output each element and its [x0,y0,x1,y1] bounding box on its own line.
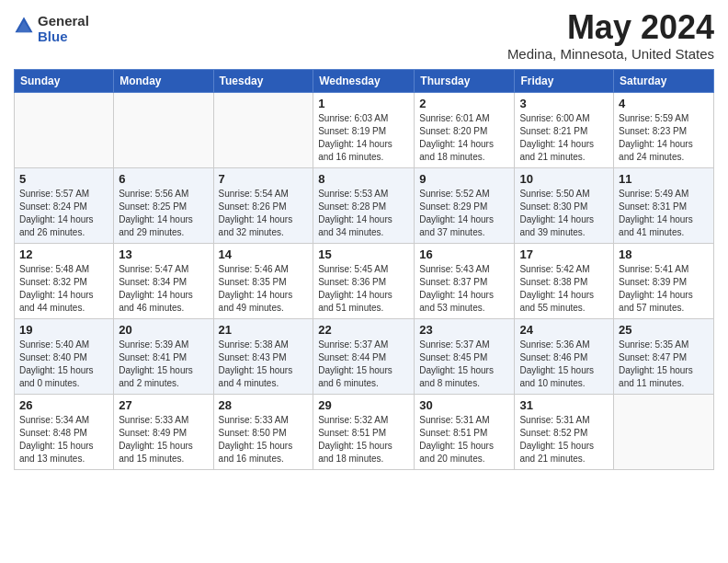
day-number-2-3: 15 [318,247,409,261]
calendar-cell-0-6: 4Sunrise: 5:59 AM Sunset: 8:23 PM Daylig… [614,92,714,167]
day-number-4-2: 28 [219,398,309,412]
day-number-1-5: 10 [519,172,609,186]
day-number-1-2: 7 [219,172,309,186]
day-number-1-0: 5 [19,172,108,186]
calendar: Sunday Monday Tuesday Wednesday Thursday… [14,69,714,470]
day-number-2-5: 17 [519,247,609,261]
col-tuesday: Tuesday [213,69,313,92]
day-info-4-2: Sunrise: 5:33 AM Sunset: 8:50 PM Dayligh… [219,414,309,465]
day-info-4-0: Sunrise: 5:34 AM Sunset: 8:48 PM Dayligh… [19,414,108,465]
col-friday: Friday [515,69,614,92]
col-thursday: Thursday [415,69,515,92]
calendar-cell-4-4: 30Sunrise: 5:31 AM Sunset: 8:51 PM Dayli… [415,394,515,469]
page: General Blue May 2024 Medina, Minnesota,… [0,0,728,479]
col-saturday: Saturday [614,69,714,92]
day-number-4-0: 26 [19,398,108,412]
calendar-cell-2-2: 14Sunrise: 5:46 AM Sunset: 8:35 PM Dayli… [213,243,313,318]
day-number-2-4: 16 [419,247,509,261]
day-number-3-4: 23 [419,323,509,337]
day-number-0-6: 4 [619,97,709,110]
logo-blue-text: Blue [38,29,89,45]
day-info-3-0: Sunrise: 5:40 AM Sunset: 8:40 PM Dayligh… [19,339,108,390]
calendar-cell-1-3: 8Sunrise: 5:53 AM Sunset: 8:28 PM Daylig… [313,167,415,243]
day-info-3-3: Sunrise: 5:37 AM Sunset: 8:44 PM Dayligh… [318,339,409,390]
calendar-cell-1-4: 9Sunrise: 5:52 AM Sunset: 8:29 PM Daylig… [415,167,515,243]
calendar-cell-4-5: 31Sunrise: 5:31 AM Sunset: 8:52 PM Dayli… [515,394,614,469]
day-info-3-2: Sunrise: 5:38 AM Sunset: 8:43 PM Dayligh… [219,339,309,390]
day-info-4-5: Sunrise: 5:31 AM Sunset: 8:52 PM Dayligh… [519,414,609,465]
day-info-3-6: Sunrise: 5:35 AM Sunset: 8:47 PM Dayligh… [619,339,709,390]
day-info-4-3: Sunrise: 5:32 AM Sunset: 8:51 PM Dayligh… [318,414,409,465]
logo-general-text: General [38,14,89,29]
calendar-cell-4-1: 27Sunrise: 5:33 AM Sunset: 8:49 PM Dayli… [114,394,213,469]
day-number-2-2: 14 [219,247,309,261]
calendar-cell-0-4: 2Sunrise: 6:01 AM Sunset: 8:20 PM Daylig… [415,92,515,167]
week-row-2: 12Sunrise: 5:48 AM Sunset: 8:32 PM Dayli… [15,243,714,318]
week-row-0: 1Sunrise: 6:03 AM Sunset: 8:19 PM Daylig… [15,92,714,167]
calendar-cell-3-1: 20Sunrise: 5:39 AM Sunset: 8:41 PM Dayli… [114,318,213,394]
day-info-1-4: Sunrise: 5:52 AM Sunset: 8:29 PM Dayligh… [419,188,509,239]
day-number-4-1: 27 [119,398,208,412]
day-info-2-4: Sunrise: 5:43 AM Sunset: 8:37 PM Dayligh… [419,263,509,315]
calendar-cell-0-3: 1Sunrise: 6:03 AM Sunset: 8:19 PM Daylig… [313,92,415,167]
day-info-0-4: Sunrise: 6:01 AM Sunset: 8:20 PM Dayligh… [419,112,509,164]
day-number-3-5: 24 [519,323,609,337]
logo-icon [14,16,34,36]
day-info-2-0: Sunrise: 5:48 AM Sunset: 8:32 PM Dayligh… [19,263,108,315]
day-number-2-0: 12 [19,247,108,261]
day-number-0-4: 2 [419,97,509,110]
day-number-1-4: 9 [419,172,509,186]
day-number-2-1: 13 [119,247,208,261]
day-info-0-6: Sunrise: 5:59 AM Sunset: 8:23 PM Dayligh… [619,112,709,164]
day-number-3-1: 20 [119,323,208,337]
calendar-cell-1-0: 5Sunrise: 5:57 AM Sunset: 8:24 PM Daylig… [15,167,114,243]
calendar-cell-3-3: 22Sunrise: 5:37 AM Sunset: 8:44 PM Dayli… [313,318,415,394]
day-info-3-4: Sunrise: 5:37 AM Sunset: 8:45 PM Dayligh… [419,339,509,390]
calendar-cell-1-5: 10Sunrise: 5:50 AM Sunset: 8:30 PM Dayli… [515,167,614,243]
calendar-cell-0-1 [114,92,213,167]
day-info-2-3: Sunrise: 5:45 AM Sunset: 8:36 PM Dayligh… [318,263,409,315]
calendar-cell-4-6 [614,394,714,469]
day-info-1-2: Sunrise: 5:54 AM Sunset: 8:26 PM Dayligh… [219,188,309,239]
day-number-4-3: 29 [318,398,409,412]
month-title: May 2024 [507,9,714,46]
header: General Blue May 2024 Medina, Minnesota,… [14,9,714,62]
location-title: Medina, Minnesota, United States [507,46,714,62]
day-info-0-3: Sunrise: 6:03 AM Sunset: 8:19 PM Dayligh… [318,112,409,164]
day-number-2-6: 18 [619,247,709,261]
day-info-2-1: Sunrise: 5:47 AM Sunset: 8:34 PM Dayligh… [119,263,208,315]
day-info-1-3: Sunrise: 5:53 AM Sunset: 8:28 PM Dayligh… [318,188,409,239]
calendar-cell-3-4: 23Sunrise: 5:37 AM Sunset: 8:45 PM Dayli… [415,318,515,394]
week-row-1: 5Sunrise: 5:57 AM Sunset: 8:24 PM Daylig… [15,167,714,243]
calendar-cell-2-0: 12Sunrise: 5:48 AM Sunset: 8:32 PM Dayli… [15,243,114,318]
calendar-cell-4-0: 26Sunrise: 5:34 AM Sunset: 8:48 PM Dayli… [15,394,114,469]
calendar-cell-3-5: 24Sunrise: 5:36 AM Sunset: 8:46 PM Dayli… [515,318,614,394]
calendar-cell-0-2 [213,92,313,167]
day-info-3-1: Sunrise: 5:39 AM Sunset: 8:41 PM Dayligh… [119,339,208,390]
calendar-cell-3-0: 19Sunrise: 5:40 AM Sunset: 8:40 PM Dayli… [15,318,114,394]
day-number-1-1: 6 [119,172,208,186]
calendar-cell-4-2: 28Sunrise: 5:33 AM Sunset: 8:50 PM Dayli… [213,394,313,469]
calendar-cell-2-5: 17Sunrise: 5:42 AM Sunset: 8:38 PM Dayli… [515,243,614,318]
day-info-0-5: Sunrise: 6:00 AM Sunset: 8:21 PM Dayligh… [519,112,609,164]
day-info-2-2: Sunrise: 5:46 AM Sunset: 8:35 PM Dayligh… [219,263,309,315]
col-sunday: Sunday [15,69,114,92]
calendar-cell-1-2: 7Sunrise: 5:54 AM Sunset: 8:26 PM Daylig… [213,167,313,243]
calendar-cell-1-1: 6Sunrise: 5:56 AM Sunset: 8:25 PM Daylig… [114,167,213,243]
day-info-4-1: Sunrise: 5:33 AM Sunset: 8:49 PM Dayligh… [119,414,208,465]
day-number-3-6: 25 [619,323,709,337]
title-block: May 2024 Medina, Minnesota, United State… [507,9,714,62]
day-info-1-0: Sunrise: 5:57 AM Sunset: 8:24 PM Dayligh… [19,188,108,239]
calendar-cell-1-6: 11Sunrise: 5:49 AM Sunset: 8:31 PM Dayli… [614,167,714,243]
day-info-2-5: Sunrise: 5:42 AM Sunset: 8:38 PM Dayligh… [519,263,609,315]
logo-text: General Blue [38,14,89,44]
calendar-cell-4-3: 29Sunrise: 5:32 AM Sunset: 8:51 PM Dayli… [313,394,415,469]
calendar-cell-3-2: 21Sunrise: 5:38 AM Sunset: 8:43 PM Dayli… [213,318,313,394]
day-number-4-4: 30 [419,398,509,412]
calendar-cell-0-5: 3Sunrise: 6:00 AM Sunset: 8:21 PM Daylig… [515,92,614,167]
calendar-cell-2-6: 18Sunrise: 5:41 AM Sunset: 8:39 PM Dayli… [614,243,714,318]
day-info-4-4: Sunrise: 5:31 AM Sunset: 8:51 PM Dayligh… [419,414,509,465]
calendar-header-row: Sunday Monday Tuesday Wednesday Thursday… [15,69,714,92]
week-row-4: 26Sunrise: 5:34 AM Sunset: 8:48 PM Dayli… [15,394,714,469]
day-info-1-6: Sunrise: 5:49 AM Sunset: 8:31 PM Dayligh… [619,188,709,239]
